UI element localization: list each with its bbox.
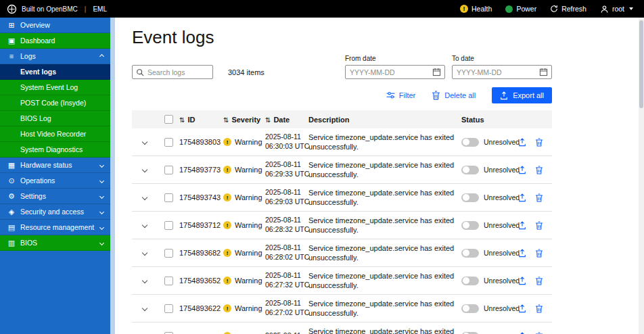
- calendar-icon[interactable]: [432, 68, 441, 76]
- export-row-icon[interactable]: [518, 332, 526, 334]
- expand-row-chevron[interactable]: [142, 167, 147, 172]
- delete-row-icon[interactable]: [535, 221, 543, 230]
- sidebar-item[interactable]: POST Code (Insyde): [0, 95, 110, 111]
- row-checkbox[interactable]: [164, 138, 173, 147]
- status-label: Unresolved: [484, 193, 520, 201]
- row-checkbox[interactable]: [164, 166, 173, 174]
- from-date-input[interactable]: [345, 65, 445, 79]
- page-scrollbar[interactable]: [639, 18, 644, 334]
- column-header-id[interactable]: ⇅ID: [179, 116, 223, 124]
- row-checkbox[interactable]: [164, 249, 173, 258]
- export-row-icon[interactable]: [518, 221, 526, 230]
- sidebar-item[interactable]: ▣ Dashboard: [0, 33, 110, 49]
- export-row-icon[interactable]: [518, 277, 526, 285]
- items-count: 3034 items: [228, 68, 264, 79]
- delete-all-button[interactable]: Delete all: [432, 91, 476, 100]
- sidebar-item[interactable]: BIOS Log: [0, 111, 110, 126]
- severity-label: Warning: [235, 277, 262, 285]
- resolved-toggle[interactable]: [461, 304, 479, 313]
- delete-row-icon[interactable]: [535, 249, 543, 258]
- power-button[interactable]: Power: [505, 5, 536, 13]
- sidebar-item-label: POST Code (Insyde): [20, 99, 104, 107]
- sidebar-item[interactable]: ▦ Hardware status: [0, 158, 110, 173]
- to-date-input[interactable]: [452, 65, 552, 79]
- event-id: 1754893743: [179, 193, 223, 201]
- from-date-group: From date: [345, 55, 445, 79]
- sidebar-item[interactable]: Host Video Recorder: [0, 126, 110, 142]
- sidebar-item[interactable]: ≡ Logs: [0, 49, 110, 64]
- sidebar-item[interactable]: Event logs: [0, 64, 110, 80]
- export-row-icon[interactable]: [518, 249, 526, 258]
- refresh-icon: [550, 5, 558, 13]
- delete-row-icon[interactable]: [535, 332, 543, 334]
- row-checkbox[interactable]: [164, 221, 173, 230]
- sort-icon[interactable]: ⇅: [265, 116, 271, 124]
- resolved-toggle[interactable]: [461, 166, 479, 174]
- severity-cell: Warning: [223, 304, 265, 312]
- column-header-date[interactable]: ⇅Date: [265, 116, 308, 124]
- trash-icon: [432, 91, 440, 100]
- export-row-icon[interactable]: [518, 138, 526, 147]
- resolved-toggle[interactable]: [461, 249, 479, 258]
- sidebar-item[interactable]: ⊞ Overview: [0, 18, 110, 33]
- column-header-description: Description: [308, 116, 461, 124]
- user-menu-button[interactable]: root: [600, 5, 633, 14]
- export-all-button[interactable]: Export all: [492, 87, 552, 103]
- status-label: Unresolved: [484, 138, 520, 146]
- resolved-toggle[interactable]: [461, 138, 479, 147]
- sort-icon[interactable]: ⇅: [179, 116, 185, 124]
- export-row-icon[interactable]: [518, 166, 526, 174]
- expand-row-chevron[interactable]: [142, 278, 147, 283]
- expand-row-chevron[interactable]: [142, 306, 147, 311]
- sidebar-item[interactable]: ▤ Resource management: [0, 220, 110, 235]
- select-all-checkbox[interactable]: [164, 115, 173, 124]
- severity-cell: Warning: [223, 277, 265, 285]
- expand-row-chevron[interactable]: [142, 195, 147, 200]
- sidebar-item[interactable]: System Diagnostics: [0, 142, 110, 158]
- resolved-toggle[interactable]: [461, 221, 479, 230]
- sidebar-item-label: Operations: [20, 176, 100, 185]
- delete-row-icon[interactable]: [535, 277, 543, 285]
- table-row: 1754893743 Warning 2025-08-11 06:29:03 U…: [132, 184, 552, 212]
- expand-row-chevron[interactable]: [142, 250, 147, 256]
- event-time: 06:29:03 UTC: [265, 197, 307, 207]
- resolved-toggle[interactable]: [461, 193, 479, 202]
- sidebar-item[interactable]: System Event Log: [0, 80, 110, 95]
- delete-row-icon[interactable]: [535, 166, 543, 174]
- sidebar-scrollbar[interactable]: [110, 18, 115, 334]
- row-checkbox[interactable]: [164, 332, 173, 334]
- event-date: 2025-08-11: [265, 133, 307, 142]
- row-checkbox[interactable]: [164, 277, 173, 285]
- scrollbar-thumb[interactable]: [639, 20, 643, 108]
- toggle-knob: [463, 222, 469, 229]
- health-warning-icon: [460, 5, 468, 13]
- sidebar-item[interactable]: ⊙ Operations: [0, 173, 110, 189]
- expand-row-chevron[interactable]: [142, 222, 147, 228]
- sidebar-item[interactable]: ▥ BIOS: [0, 235, 110, 251]
- row-checkbox[interactable]: [164, 304, 173, 313]
- refresh-button[interactable]: Refresh: [550, 5, 586, 13]
- calendar-icon[interactable]: [539, 68, 548, 76]
- sidebar-item[interactable]: ◈ Security and access: [0, 204, 110, 220]
- delete-row-icon[interactable]: [535, 138, 543, 147]
- row-checkbox[interactable]: [164, 193, 173, 202]
- row-actions: [518, 138, 552, 147]
- event-date: 2025-08-11: [265, 160, 307, 170]
- expand-row-chevron[interactable]: [142, 139, 147, 145]
- sidebar-item[interactable]: ⚙ Settings: [0, 189, 110, 204]
- resolved-toggle[interactable]: [461, 277, 479, 285]
- row-actions: [518, 249, 552, 258]
- filter-button[interactable]: Filter: [386, 91, 415, 99]
- sort-icon[interactable]: ⇅: [223, 116, 229, 124]
- column-header-severity[interactable]: ⇅Severity: [223, 116, 265, 124]
- search-input[interactable]: [132, 65, 213, 79]
- date-cell: 2025-08-11: [265, 331, 308, 334]
- export-row-icon[interactable]: [518, 193, 526, 202]
- column-header-status: Status: [461, 116, 518, 124]
- export-row-icon[interactable]: [518, 304, 526, 313]
- resolved-toggle[interactable]: [461, 332, 479, 334]
- severity-label: Warning: [235, 249, 262, 257]
- delete-row-icon[interactable]: [535, 193, 543, 202]
- health-button[interactable]: Health: [460, 5, 492, 13]
- delete-row-icon[interactable]: [535, 304, 543, 313]
